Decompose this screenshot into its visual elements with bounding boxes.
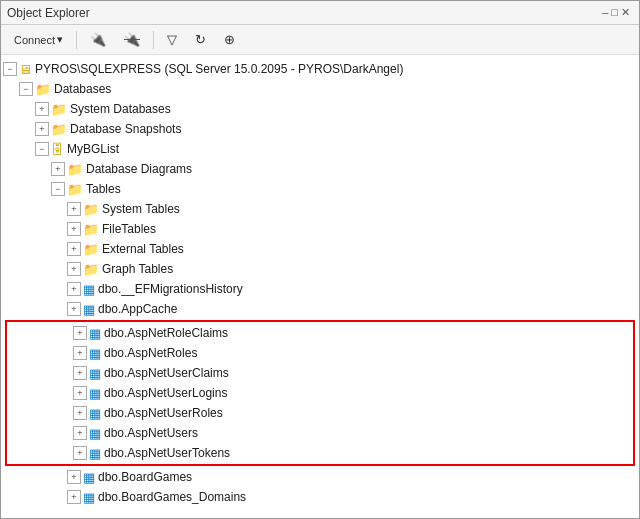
expand-boardgames[interactable]: +	[67, 470, 81, 484]
db-diagrams-label: Database Diagrams	[86, 162, 192, 176]
tree-item-aspnetusertokens[interactable]: + ▦ dbo.AspNetUserTokens	[7, 443, 633, 463]
disconnect-button[interactable]: 🔌	[117, 29, 147, 50]
highlighted-aspnet-group: + ▦ dbo.AspNetRoleClaims + ▦ dbo.AspNetR…	[5, 320, 635, 466]
tree-item-system-tables[interactable]: + 📁 System Tables	[1, 199, 639, 219]
tree-aspnet-items: + ▦ dbo.AspNetRoleClaims + ▦ dbo.AspNetR…	[7, 323, 633, 463]
expand-filetables[interactable]: +	[67, 222, 81, 236]
expand-tables[interactable]: −	[51, 182, 65, 196]
new-query-button[interactable]: 🔌	[83, 29, 113, 50]
db-snapshots-label: Database Snapshots	[70, 122, 181, 136]
tree-item-filetables[interactable]: + 📁 FileTables	[1, 219, 639, 239]
pin-button[interactable]: – □ ✕	[599, 6, 633, 19]
plug-icon: 🔌	[90, 32, 106, 47]
filter-icon: ▽	[167, 32, 177, 47]
table-boardgames-domains-icon: ▦	[83, 490, 95, 505]
expand-appcache[interactable]: +	[67, 302, 81, 316]
tree-content[interactable]: − 🖥 PYROS\SQLEXPRESS (SQL Server 15.0.20…	[1, 55, 639, 518]
settings-icon: ⊕	[224, 32, 235, 47]
tree-item-db-snapshots[interactable]: + 📁 Database Snapshots	[1, 119, 639, 139]
expand-db-diagrams[interactable]: +	[51, 162, 65, 176]
expand-aspnetroleclaims[interactable]: +	[73, 326, 87, 340]
expand-efmigrations[interactable]: +	[67, 282, 81, 296]
expand-aspnetuserroles[interactable]: +	[73, 406, 87, 420]
toolbar-separator-2	[153, 31, 154, 49]
appcache-label: dbo.AppCache	[98, 302, 177, 316]
tree-item-appcache[interactable]: + ▦ dbo.AppCache	[1, 299, 639, 319]
aspnetuserlogins-label: dbo.AspNetUserLogins	[104, 386, 227, 400]
aspnetuserclaims-label: dbo.AspNetUserClaims	[104, 366, 229, 380]
tree-item-aspnetuserclaims[interactable]: + ▦ dbo.AspNetUserClaims	[7, 363, 633, 383]
expand-aspnetusertokens[interactable]: +	[73, 446, 87, 460]
tree-item-db-diagrams[interactable]: + 📁 Database Diagrams	[1, 159, 639, 179]
folder-diagrams-icon: 📁	[67, 162, 83, 177]
expand-aspnetroles[interactable]: +	[73, 346, 87, 360]
mybglist-label: MyBGList	[67, 142, 119, 156]
settings-button[interactable]: ⊕	[217, 29, 242, 50]
connect-button[interactable]: Connect ▾	[7, 30, 70, 49]
folder-graphtables-icon: 📁	[83, 262, 99, 277]
tree-item-mybglist[interactable]: − 🗄 MyBGList	[1, 139, 639, 159]
tree-item-server[interactable]: − 🖥 PYROS\SQLEXPRESS (SQL Server 15.0.20…	[1, 59, 639, 79]
tree-item-tables[interactable]: − 📁 Tables	[1, 179, 639, 199]
toolbar-separator-1	[76, 31, 77, 49]
expand-aspnetuserlogins[interactable]: +	[73, 386, 87, 400]
expand-system-databases[interactable]: +	[35, 102, 49, 116]
table-aspnetuserlogins-icon: ▦	[89, 386, 101, 401]
server-label: PYROS\SQLEXPRESS (SQL Server 15.0.2095 -…	[35, 62, 403, 76]
folder-systables-icon: 📁	[83, 202, 99, 217]
tree-item-aspnetusers[interactable]: + ▦ dbo.AspNetUsers	[7, 423, 633, 443]
aspnetroleclaims-label: dbo.AspNetRoleClaims	[104, 326, 228, 340]
folder-externaltables-icon: 📁	[83, 242, 99, 257]
table-boardgames-icon: ▦	[83, 470, 95, 485]
table-aspnetroleclaims-icon: ▦	[89, 326, 101, 341]
databases-label: Databases	[54, 82, 111, 96]
refresh-icon: ↻	[195, 32, 206, 47]
expand-aspnetusers[interactable]: +	[73, 426, 87, 440]
system-tables-label: System Tables	[102, 202, 180, 216]
expand-system-tables[interactable]: +	[67, 202, 81, 216]
filetables-label: FileTables	[102, 222, 156, 236]
folder-databases-icon: 📁	[35, 82, 51, 97]
folder-tables-icon: 📁	[67, 182, 83, 197]
expand-graph-tables[interactable]: +	[67, 262, 81, 276]
tree-item-databases[interactable]: − 📁 Databases	[1, 79, 639, 99]
tree-item-graph-tables[interactable]: + 📁 Graph Tables	[1, 259, 639, 279]
expand-external-tables[interactable]: +	[67, 242, 81, 256]
aspnetuserroles-label: dbo.AspNetUserRoles	[104, 406, 223, 420]
database-mybglist-icon: 🗄	[51, 142, 64, 157]
server-icon: 🖥	[19, 62, 32, 77]
tree-item-system-databases[interactable]: + 📁 System Databases	[1, 99, 639, 119]
table-aspnetusers-icon: ▦	[89, 426, 101, 441]
table-aspnetuserclaims-icon: ▦	[89, 366, 101, 381]
expand-db-snapshots[interactable]: +	[35, 122, 49, 136]
unplug-icon: 🔌	[124, 32, 140, 47]
tree-item-aspnetuserroles[interactable]: + ▦ dbo.AspNetUserRoles	[7, 403, 633, 423]
expand-mybglist[interactable]: −	[35, 142, 49, 156]
tree-item-boardgames-domains[interactable]: + ▦ dbo.BoardGames_Domains	[1, 487, 639, 507]
tree-after-highlight: + ▦ dbo.BoardGames + ▦ dbo.BoardGames_Do…	[1, 467, 639, 507]
boardgames-domains-label: dbo.BoardGames_Domains	[98, 490, 246, 504]
expand-databases[interactable]: −	[19, 82, 33, 96]
expand-server[interactable]: −	[3, 62, 17, 76]
refresh-button[interactable]: ↻	[188, 29, 213, 50]
tree-item-boardgames[interactable]: + ▦ dbo.BoardGames	[1, 467, 639, 487]
table-aspnetroles-icon: ▦	[89, 346, 101, 361]
tree-item-aspnetroles[interactable]: + ▦ dbo.AspNetRoles	[7, 343, 633, 363]
graph-tables-label: Graph Tables	[102, 262, 173, 276]
folder-filetables-icon: 📁	[83, 222, 99, 237]
filter-button[interactable]: ▽	[160, 29, 184, 50]
table-appcache-icon: ▦	[83, 302, 95, 317]
expand-boardgames-domains[interactable]: +	[67, 490, 81, 504]
title-bar-controls: – □ ✕	[599, 6, 633, 19]
table-aspnetuserroles-icon: ▦	[89, 406, 101, 421]
tree-item-efmigrations[interactable]: + ▦ dbo.__EFMigrationsHistory	[1, 279, 639, 299]
title-bar: Object Explorer – □ ✕	[1, 1, 639, 25]
tree-item-external-tables[interactable]: + 📁 External Tables	[1, 239, 639, 259]
tree-item-aspnetroleclaims[interactable]: + ▦ dbo.AspNetRoleClaims	[7, 323, 633, 343]
window-title: Object Explorer	[7, 6, 90, 20]
expand-aspnetuserclaims[interactable]: +	[73, 366, 87, 380]
aspnetusers-label: dbo.AspNetUsers	[104, 426, 198, 440]
tables-label: Tables	[86, 182, 121, 196]
folder-snapshots-icon: 📁	[51, 122, 67, 137]
tree-item-aspnetuserlogins[interactable]: + ▦ dbo.AspNetUserLogins	[7, 383, 633, 403]
